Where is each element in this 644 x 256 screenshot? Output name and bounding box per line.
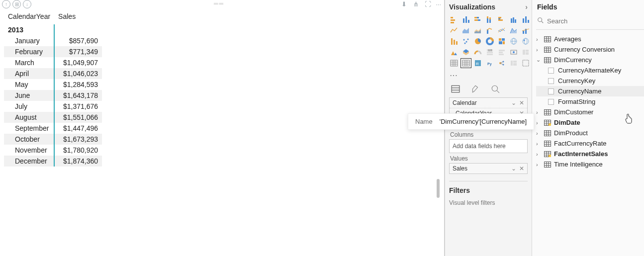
analytics-tab-icon[interactable] [491,85,500,93]
viz-type-icon[interactable] [473,48,483,57]
column-header-sales[interactable]: Sales [54,11,102,24]
viz-type-icon[interactable] [449,37,459,46]
viz-type-icon[interactable]: R [473,59,483,68]
viz-type-icon[interactable] [449,15,459,24]
report-canvas[interactable]: ↑ ⊞ ↓ ══ ⬇ ⋔ ⛶ ··· CalendarYear Sales 20… [0,0,445,256]
fields-search[interactable] [536,16,644,30]
chevron-right-icon[interactable]: › [536,141,541,147]
viz-type-icon[interactable] [461,15,471,24]
chevron-right-icon[interactable]: › [536,120,541,126]
month-cell[interactable]: September [4,123,54,134]
viz-type-icon[interactable] [473,37,483,46]
viz-type-icon[interactable] [461,48,471,57]
month-cell[interactable]: November [4,145,54,156]
scrollbar-thumb[interactable] [437,179,440,198]
search-input[interactable] [547,17,644,25]
viz-type-icon[interactable] [449,59,459,68]
viz-type-icon[interactable] [485,37,495,46]
table-row-factcurrencyrate[interactable]: ›FactCurrencyRate [536,138,644,149]
viz-type-icon[interactable] [521,26,531,35]
year-cell[interactable]: 2013 [4,24,54,35]
month-cell[interactable]: June [4,90,54,101]
viz-type-icon[interactable] [473,15,483,24]
column-header-year[interactable]: CalendarYear [4,11,54,24]
chevron-right-icon[interactable]: › [536,109,541,115]
expand-icon[interactable]: ⋔ [412,0,420,8]
rows-group[interactable]: Calendar ⌄✕ [450,98,527,108]
chevron-down-icon[interactable]: ⌄ [536,57,541,63]
chevron-right-icon[interactable]: › [536,151,541,157]
viz-type-icon[interactable] [473,26,483,35]
chevron-down-icon[interactable]: ⌄ [511,165,516,172]
checkbox[interactable] [548,68,554,74]
chevron-right-icon[interactable]: › [536,36,541,42]
month-cell[interactable]: August [4,112,54,123]
drag-handle-icon[interactable]: ══ [214,0,224,7]
nav-up-icon[interactable]: ↑ [2,0,10,8]
viz-type-icon[interactable]: 123 [485,48,495,57]
table-row-time-intelligence[interactable]: ›Time Intelligence [536,159,644,170]
viz-type-icon[interactable] [509,37,519,46]
viz-type-icon[interactable] [521,15,531,24]
drill-down-icon[interactable]: ⬇ [400,0,408,8]
viz-type-icon[interactable] [497,59,507,68]
chevron-right-icon[interactable]: › [536,162,541,168]
month-cell[interactable]: March [4,57,54,68]
viz-type-icon[interactable] [509,26,519,35]
month-cell[interactable]: February [4,46,54,57]
viz-type-icon[interactable] [461,26,471,35]
table-row-currency-conversion[interactable]: ›Currency Conversion [536,44,644,55]
viz-type-icon[interactable]: Py [485,59,495,68]
table-row-averages[interactable]: ›Averages [536,34,644,44]
viz-type-icon[interactable] [509,59,519,68]
remove-icon[interactable]: ✕ [519,165,524,172]
viz-type-icon[interactable] [497,48,507,57]
chevron-right-icon[interactable]: › [525,3,528,11]
chevron-right-icon[interactable]: › [536,130,541,136]
month-cell[interactable]: April [4,68,54,79]
checkbox[interactable] [548,78,554,84]
month-cell[interactable]: January [4,35,54,46]
viz-type-icon[interactable] [497,26,507,35]
fields-tab-icon[interactable] [451,85,460,93]
field-row-currencykey[interactable]: CurrencyKey [536,76,644,86]
month-cell[interactable]: December [4,156,54,167]
checkbox[interactable] [548,88,554,94]
month-cell[interactable]: May [4,79,54,90]
chevron-down-icon[interactable]: ⌄ [511,99,516,106]
focus-mode-icon[interactable]: ⛶ [424,0,432,8]
field-row-formatstring[interactable]: FormatString [536,96,644,107]
chevron-right-icon[interactable]: › [536,47,541,53]
viz-type-icon[interactable] [461,59,471,68]
table-row-dimproduct[interactable]: ›DimProduct [536,128,644,138]
viz-type-icon[interactable] [509,15,519,24]
viz-type-icon[interactable] [509,48,519,57]
field-row-currencyname[interactable]: CurrencyName [536,86,644,96]
columns-well[interactable]: Add data fields here [449,139,528,153]
values-well[interactable]: Sales ⌄✕ [449,163,528,174]
viz-type-icon[interactable] [485,15,495,24]
viz-type-icon[interactable] [521,59,531,68]
viz-type-icon[interactable] [449,26,459,35]
field-row-currencyalternatekey[interactable]: CurrencyAlternateKey [536,65,644,76]
month-cell[interactable]: July [4,101,54,112]
remove-icon[interactable]: ✕ [519,99,524,106]
viz-type-icon[interactable] [449,48,459,57]
matrix-visual[interactable]: CalendarYear Sales 2013January$857,690Fe… [4,11,102,167]
month-cell[interactable]: October [4,134,54,145]
viz-type-icon[interactable] [485,26,495,35]
table-row-factinternetsales[interactable]: ›FactInternetSales [536,149,644,159]
viz-type-icon[interactable] [497,37,507,46]
nav-grid-icon[interactable]: ⊞ [12,0,21,8]
table-row-dimcurrency[interactable]: ⌄DimCurrency [536,55,644,65]
more-options-icon[interactable]: ··· [436,0,441,8]
nav-down-icon[interactable]: ↓ [23,0,31,8]
viz-type-icon[interactable] [461,37,471,46]
viz-type-icon[interactable] [497,15,507,24]
checkbox[interactable] [548,99,554,105]
viz-type-icon[interactable] [521,48,531,57]
viz-type-icon[interactable] [521,37,531,46]
values-item-0[interactable]: Sales ⌄✕ [450,164,527,174]
more-visuals-icon[interactable]: ... [449,71,528,81]
format-tab-icon[interactable] [471,85,480,93]
